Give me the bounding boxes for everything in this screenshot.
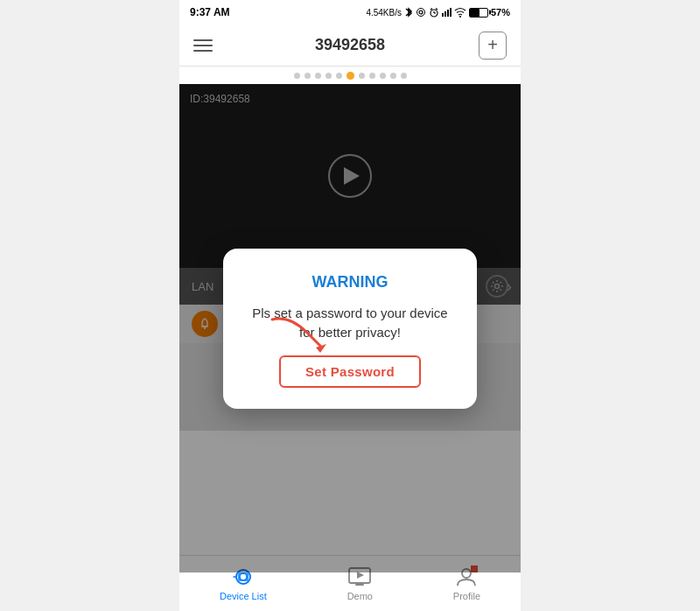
dot-10 [390, 73, 396, 79]
warning-dialog: WARNING Pls set a password to your devic… [223, 249, 477, 409]
svg-marker-16 [357, 572, 364, 579]
svg-point-13 [240, 573, 247, 580]
add-button[interactable]: + [479, 32, 507, 60]
app-header: 39492658 + [179, 25, 521, 67]
red-arrow-icon [263, 311, 333, 355]
warning-overlay: WARNING Pls set a password to your devic… [179, 84, 521, 572]
dot-6-active [346, 72, 354, 80]
menu-button[interactable] [193, 32, 221, 60]
demo-label: Demo [347, 591, 373, 601]
profile-label: Profile [453, 591, 480, 601]
status-icons: 4.54KB/s [366, 6, 510, 18]
dot-8 [369, 73, 375, 79]
device-id-title: 39492658 [315, 36, 385, 54]
pagination-dots [179, 67, 521, 84]
dot-1 [294, 73, 300, 79]
alarm-icon [429, 7, 439, 18]
time-display: 9:37 AM [190, 6, 230, 18]
svg-line-5 [430, 9, 432, 11]
nfc-icon [416, 7, 426, 18]
signal-bars [442, 8, 452, 17]
battery-percentage: 57% [491, 7, 510, 18]
set-password-button[interactable]: Set Password [279, 355, 421, 388]
wifi-icon [454, 7, 466, 18]
dot-9 [380, 73, 386, 79]
dot-2 [304, 73, 311, 79]
device-list-label: Device List [220, 591, 267, 601]
warning-title: WARNING [312, 273, 388, 291]
status-bar: 9:37 AM 4.54KB/s [179, 0, 521, 25]
dot-11 [401, 73, 407, 79]
data-speed: 4.54KB/s [366, 8, 402, 18]
dot-5 [336, 73, 342, 79]
content-area: ID:39492658 LAN › [179, 84, 521, 572]
battery-icon [469, 8, 488, 18]
svg-line-6 [436, 9, 438, 11]
status-time: 9:37 AM [190, 6, 234, 18]
svg-point-1 [416, 9, 424, 17]
svg-point-7 [459, 16, 461, 18]
svg-point-0 [419, 11, 423, 14]
dot-7 [359, 73, 365, 79]
dot-3 [315, 73, 321, 79]
bluetooth-icon [404, 6, 413, 18]
dot-4 [326, 73, 332, 79]
